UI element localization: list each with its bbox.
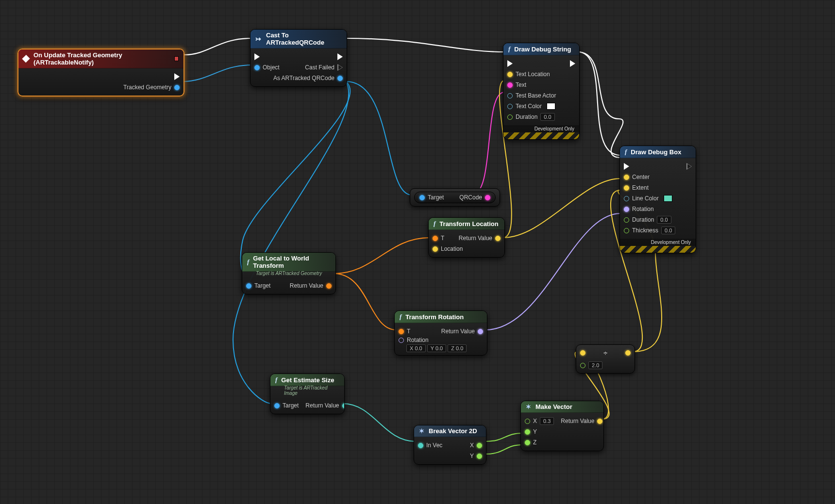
value-input-rz[interactable]: Z 0.0 (448, 344, 467, 352)
node-transform-location[interactable]: f Transform Location T Return Value Loca… (428, 217, 505, 258)
exec-in-pin[interactable] (254, 53, 260, 60)
input-pin-location[interactable] (433, 246, 438, 252)
output-pin-return-value[interactable] (326, 283, 332, 289)
color-swatch[interactable] (547, 103, 555, 110)
value-input-thickness[interactable]: 0.0 (661, 227, 675, 234)
input-pin-t[interactable] (433, 236, 438, 241)
pin-label: QRCode (459, 194, 482, 201)
node-header: On Update Tracked Geometry (ARTrackableN… (18, 49, 184, 68)
output-pin-x[interactable] (477, 443, 482, 448)
breakpoint-icon[interactable] (174, 56, 179, 61)
input-pin-text-location[interactable] (507, 72, 513, 77)
node-get-qrcode[interactable]: Target QRCode (410, 188, 500, 207)
pin-label: Object (263, 64, 280, 71)
input-pin-target[interactable] (246, 283, 251, 289)
input-pin-extent[interactable] (624, 185, 629, 191)
exec-out-pin[interactable] (686, 163, 692, 170)
node-get-estimate-size[interactable]: f Get Estimate Size Target is ARTracked … (270, 374, 345, 414)
exec-out-pin[interactable] (337, 53, 343, 60)
pin-label: Text (516, 81, 526, 88)
value-input-duration[interactable]: 0.0 (657, 216, 671, 224)
pin-label: Y (533, 428, 537, 435)
input-pin-thickness[interactable] (624, 228, 629, 233)
exec-out-pin[interactable] (570, 60, 575, 67)
node-title: Break Vector 2D (429, 427, 477, 435)
color-swatch[interactable] (664, 195, 672, 202)
exec-in-pin[interactable] (507, 60, 513, 67)
node-make-vector[interactable]: Make Vector X0.3 Return Value Y Z (520, 401, 604, 451)
node-title: Make Vector (535, 403, 572, 410)
pin-label: Test Base Actor (516, 92, 556, 99)
break-icon (419, 427, 426, 435)
input-pin-b[interactable] (580, 363, 585, 368)
node-break-vector-2d[interactable]: Break Vector 2D In Vec X Y (414, 425, 486, 465)
pin-label: Text Location (516, 71, 550, 78)
pin-label: Target (428, 194, 444, 201)
input-pin-invec[interactable] (418, 443, 423, 448)
input-pin-text-color[interactable] (507, 104, 513, 109)
node-title: Get Local to World Transform (253, 255, 331, 269)
output-pin-qrcode[interactable] (485, 195, 490, 200)
input-pin-line-color[interactable] (624, 196, 629, 201)
node-draw-debug-box[interactable]: f Draw Debug Box Center Extent Line Colo… (619, 146, 696, 253)
output-pin-return-value[interactable] (478, 329, 483, 334)
value-input-ry[interactable]: Y 0.0 (427, 344, 447, 352)
event-icon (22, 55, 30, 63)
node-title: Cast To ARTrackedQRCode (266, 32, 342, 46)
input-pin-t[interactable] (399, 329, 404, 334)
value-input-x[interactable]: 0.3 (540, 417, 554, 425)
input-pin-y[interactable] (525, 429, 530, 435)
input-pin-target[interactable] (274, 403, 280, 408)
pin-label: Return Value (305, 402, 339, 409)
node-header: f Draw Debug String (503, 43, 579, 55)
exec-out-pin[interactable] (174, 73, 180, 80)
output-pin-return-value[interactable] (495, 236, 501, 241)
input-pin-center[interactable] (624, 175, 629, 180)
pin-label: Return Value (459, 235, 492, 242)
exec-in-pin[interactable] (624, 163, 629, 170)
input-pin-duration[interactable] (507, 114, 513, 120)
output-pin-return-value[interactable] (342, 403, 345, 408)
input-pin-rotation[interactable] (624, 207, 629, 212)
input-pin-duration[interactable] (624, 217, 629, 223)
input-pin-object[interactable] (254, 65, 260, 70)
input-pin-text[interactable] (507, 82, 513, 88)
output-pin-as-qrcode[interactable] (337, 76, 343, 81)
node-header: f Draw Debug Box (620, 146, 696, 158)
pin-label: Return Value (561, 418, 594, 424)
pin-label: Duration (516, 114, 537, 120)
node-draw-debug-string[interactable]: f Draw Debug String Text Location Text T… (503, 43, 580, 140)
pin-label: T (441, 235, 444, 242)
value-input-duration[interactable]: 0.0 (540, 113, 554, 121)
node-subtitle: Target is ARTracked Image (270, 385, 344, 397)
pin-label: Tracked Geometry (123, 84, 171, 91)
node-get-local-to-world-transform[interactable]: f Get Local to World Transform Target is… (242, 252, 336, 294)
development-only-label: Development Only (620, 239, 696, 246)
value-input-rx[interactable]: X 0.0 (406, 344, 426, 352)
output-pin-result[interactable] (625, 350, 631, 356)
input-pin-test-base-actor[interactable] (507, 93, 513, 98)
exec-castfailed-pin[interactable] (337, 64, 343, 71)
output-pin-y[interactable] (477, 454, 482, 459)
function-icon: f (275, 376, 277, 384)
input-pin-z[interactable] (525, 440, 530, 445)
node-vector-divide[interactable]: ÷ 2.0 (576, 344, 635, 374)
output-pin-return-value[interactable] (597, 419, 602, 424)
input-pin-target[interactable] (419, 195, 425, 200)
output-pin-tracked-geometry[interactable] (174, 85, 180, 90)
function-icon: f (434, 220, 435, 228)
node-title: Transform Rotation (405, 313, 464, 321)
pin-label: Cast Failed (305, 64, 334, 71)
value-input-divisor[interactable]: 2.0 (588, 361, 602, 369)
hazard-stripe (503, 132, 579, 139)
node-cast-to-artrackedqrcode[interactable]: Cast To ARTrackedQRCode Object Cast Fail… (250, 29, 347, 87)
input-pin-x[interactable] (525, 419, 530, 424)
input-pin-a[interactable] (580, 350, 585, 356)
input-pin-rotation[interactable] (399, 338, 404, 343)
node-on-update-tracked-geometry[interactable]: On Update Tracked Geometry (ARTrackableN… (17, 49, 184, 97)
node-transform-rotation[interactable]: f Transform Rotation T Return Value Rota… (394, 310, 487, 356)
development-only-label: Development Only (503, 125, 579, 132)
pin-label: Return Value (290, 282, 323, 289)
pin-label: Y (470, 453, 474, 459)
pin-label: As ARTracked QRCode (273, 75, 334, 81)
